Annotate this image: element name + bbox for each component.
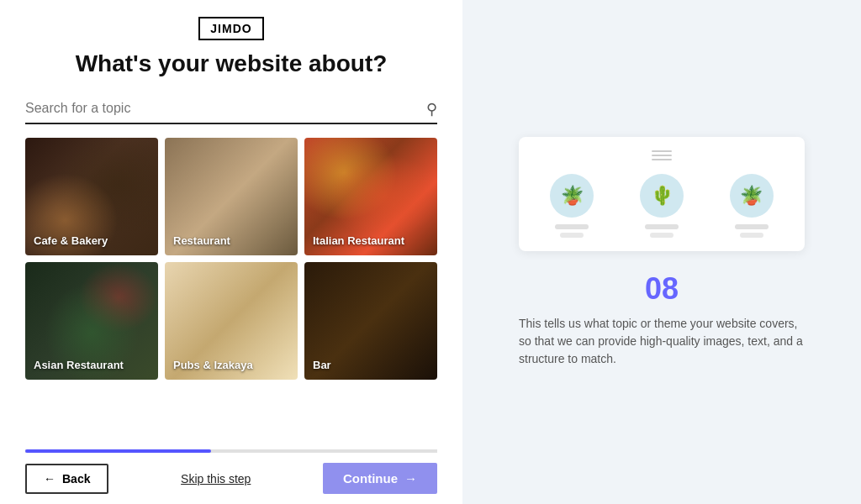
preview-lines-0 [555,224,589,238]
logo: JIMDO [198,17,263,40]
category-item-bar[interactable]: Bar [304,262,437,380]
page-title: What's your website about? [76,50,388,77]
preview-lines-2 [735,224,769,238]
preview-item-1: 🌵 [622,174,702,238]
preview-circle-1: 🌵 [640,174,684,218]
categories-grid: Cafe & BakeryRestaurantItalian Restauran… [25,138,437,380]
category-label-bar: Bar [313,359,331,371]
menu-lines [652,150,672,160]
preview-card: 🪴 🌵 🪴 [519,137,805,251]
back-label: Back [62,472,90,486]
menu-line-2 [652,155,672,156]
search-icon[interactable]: ⚲ [426,100,437,118]
category-item-italian-restaurant[interactable]: Italian Restaurant [304,138,437,255]
preview-line-shorter-2 [740,233,763,238]
bottom-nav: ← Back Skip this step Continue → [25,453,437,504]
preview-lines-1 [645,224,679,238]
preview-item-0: 🪴 [532,174,612,238]
step-description: This tells us what topic or theme your w… [519,315,805,368]
back-arrow-icon: ← [44,472,55,486]
category-item-cafe-bakery[interactable]: Cafe & Bakery [25,138,158,255]
preview-line-short-0 [555,224,589,229]
category-label-asian-restaurant: Asian Restaurant [34,359,124,371]
category-item-pubs-izakaya[interactable]: Pubs & Izakaya [165,262,298,380]
search-container: ⚲ [25,94,437,124]
category-item-restaurant[interactable]: Restaurant [165,138,298,255]
back-button[interactable]: ← Back [25,464,108,494]
preview-line-shorter-1 [650,233,673,238]
continue-label: Continue [343,471,398,486]
category-label-restaurant: Restaurant [173,234,230,247]
category-label-italian-restaurant: Italian Restaurant [313,234,404,247]
preview-circle-0: 🪴 [550,174,594,218]
preview-header [532,150,791,160]
continue-button[interactable]: Continue → [323,463,437,494]
search-input[interactable] [25,94,437,124]
preview-line-short-2 [735,224,769,229]
preview-item-2: 🪴 [711,174,791,238]
preview-line-shorter-0 [560,233,584,238]
right-panel: 🪴 🌵 🪴 08 This tells us what topic or the… [462,0,861,504]
continue-arrow-icon: → [404,471,417,486]
menu-line-3 [652,159,672,160]
preview-items-row: 🪴 🌵 🪴 [532,174,791,238]
preview-circle-2: 🪴 [730,174,774,218]
left-panel: JIMDO What's your website about? ⚲ Cafe … [0,0,462,504]
category-item-asian-restaurant[interactable]: Asian Restaurant [25,262,158,380]
skip-button[interactable]: Skip this step [181,472,251,486]
menu-line-1 [652,150,672,152]
category-label-pubs-izakaya: Pubs & Izakaya [173,359,253,371]
step-number: 08 [645,271,679,307]
category-label-cafe-bakery: Cafe & Bakery [34,234,108,247]
preview-line-short-1 [645,224,679,229]
